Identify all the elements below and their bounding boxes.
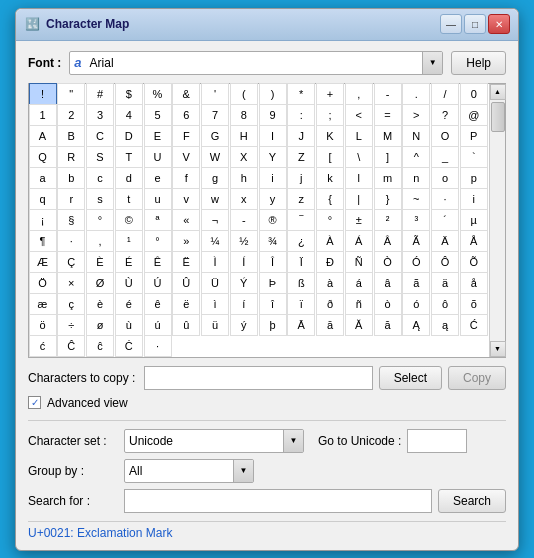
search-button[interactable]: Search <box>438 489 506 513</box>
close-button[interactable]: ✕ <box>488 14 510 34</box>
char-cell[interactable]: = <box>374 104 402 126</box>
char-cell[interactable]: ą <box>431 314 459 336</box>
char-cell[interactable]: # <box>86 83 114 105</box>
char-cell[interactable]: ! <box>29 83 57 105</box>
char-cell[interactable]: À <box>316 230 344 252</box>
characters-to-copy-input[interactable] <box>144 366 373 390</box>
char-cell[interactable]: j <box>287 167 315 189</box>
char-cell[interactable]: : <box>287 104 315 126</box>
char-cell[interactable]: C <box>86 125 114 147</box>
char-cell[interactable]: v <box>172 188 200 210</box>
char-cell[interactable]: M <box>374 125 402 147</box>
maximize-button[interactable]: □ <box>464 14 486 34</box>
char-cell[interactable]: i <box>460 188 488 210</box>
char-cell[interactable]: ³ <box>402 209 430 231</box>
char-cell[interactable]: á <box>345 272 373 294</box>
char-cell[interactable]: K <box>316 125 344 147</box>
char-cell[interactable]: 2 <box>57 104 85 126</box>
goto-unicode-input[interactable] <box>407 429 467 453</box>
char-cell[interactable]: Î <box>259 251 287 273</box>
char-cell[interactable]: ¡ <box>29 209 57 231</box>
char-cell[interactable]: U <box>144 146 172 168</box>
char-cell[interactable]: { <box>316 188 344 210</box>
char-cell[interactable]: ® <box>259 209 287 231</box>
char-cell[interactable]: ö <box>29 314 57 336</box>
char-cell[interactable]: u <box>144 188 172 210</box>
char-cell[interactable]: ð <box>316 293 344 315</box>
char-cell[interactable]: < <box>345 104 373 126</box>
char-cell[interactable]: , <box>345 83 373 105</box>
char-cell[interactable]: Ä <box>431 230 459 252</box>
char-cell[interactable]: 4 <box>115 104 143 126</box>
char-cell[interactable]: Ò <box>374 251 402 273</box>
char-cell[interactable]: t <box>115 188 143 210</box>
char-cell[interactable]: Ã <box>402 230 430 252</box>
char-cell[interactable]: > <box>402 104 430 126</box>
char-cell[interactable]: H <box>230 125 258 147</box>
font-dropdown[interactable]: a Arial ▼ <box>69 51 443 75</box>
char-cell[interactable]: Ċ <box>115 335 143 357</box>
help-button[interactable]: Help <box>451 51 506 75</box>
char-cell[interactable]: / <box>431 83 459 105</box>
char-cell[interactable]: Ï <box>287 251 315 273</box>
char-cell[interactable]: · <box>144 335 172 357</box>
char-cell[interactable]: Q <box>29 146 57 168</box>
char-cell[interactable]: « <box>172 209 200 231</box>
scroll-up-button[interactable]: ▲ <box>490 84 506 100</box>
char-cell[interactable]: Æ <box>29 251 57 273</box>
char-cell[interactable]: Ú <box>144 272 172 294</box>
char-cell[interactable]: ] <box>374 146 402 168</box>
char-cell[interactable]: ´ <box>431 209 459 231</box>
char-cell[interactable]: x <box>230 188 258 210</box>
char-cell[interactable]: X <box>230 146 258 168</box>
char-cell[interactable]: ` <box>460 146 488 168</box>
char-cell[interactable]: Z <box>287 146 315 168</box>
char-cell[interactable]: P <box>460 125 488 147</box>
char-cell[interactable]: ì <box>201 293 229 315</box>
char-cell[interactable]: é <box>115 293 143 315</box>
character-set-arrow-icon[interactable]: ▼ <box>283 430 303 452</box>
char-cell[interactable]: ü <box>201 314 229 336</box>
char-cell[interactable]: ° <box>144 230 172 252</box>
char-cell[interactable]: } <box>374 188 402 210</box>
char-cell[interactable]: Ü <box>201 272 229 294</box>
char-cell[interactable]: í <box>230 293 258 315</box>
char-cell[interactable]: Û <box>172 272 200 294</box>
char-cell[interactable]: µ <box>460 209 488 231</box>
char-cell[interactable]: _ <box>431 146 459 168</box>
char-cell[interactable]: ¹ <box>115 230 143 252</box>
char-cell[interactable]: 7 <box>201 104 229 126</box>
char-cell[interactable]: ê <box>144 293 172 315</box>
char-cell[interactable]: k <box>316 167 344 189</box>
char-cell[interactable]: 8 <box>230 104 258 126</box>
char-cell[interactable]: Ì <box>201 251 229 273</box>
char-cell[interactable]: È <box>86 251 114 273</box>
char-cell[interactable]: ï <box>287 293 315 315</box>
char-cell[interactable]: ; <box>316 104 344 126</box>
char-cell[interactable]: G <box>201 125 229 147</box>
char-cell[interactable]: w <box>201 188 229 210</box>
char-cell[interactable]: © <box>115 209 143 231</box>
char-cell[interactable]: ć <box>29 335 57 357</box>
char-cell[interactable]: $ <box>115 83 143 105</box>
char-cell[interactable]: ú <box>144 314 172 336</box>
char-cell[interactable]: a <box>29 167 57 189</box>
char-cell[interactable]: | <box>345 188 373 210</box>
char-cell[interactable]: ª <box>144 209 172 231</box>
char-cell[interactable]: ë <box>172 293 200 315</box>
char-cell[interactable]: Õ <box>460 251 488 273</box>
char-cell[interactable]: D <box>115 125 143 147</box>
select-button[interactable]: Select <box>379 366 442 390</box>
char-cell[interactable]: . <box>402 83 430 105</box>
char-cell[interactable]: Ą <box>402 314 430 336</box>
char-cell[interactable]: L <box>345 125 373 147</box>
char-cell[interactable]: - <box>374 83 402 105</box>
minimize-button[interactable]: — <box>440 14 462 34</box>
search-input[interactable] <box>124 489 432 513</box>
char-cell[interactable]: ä <box>431 272 459 294</box>
char-cell[interactable]: O <box>431 125 459 147</box>
char-cell[interactable]: s <box>86 188 114 210</box>
char-cell[interactable]: i <box>259 167 287 189</box>
char-cell[interactable]: 1 <box>29 104 57 126</box>
char-cell[interactable]: 0 <box>460 83 488 105</box>
